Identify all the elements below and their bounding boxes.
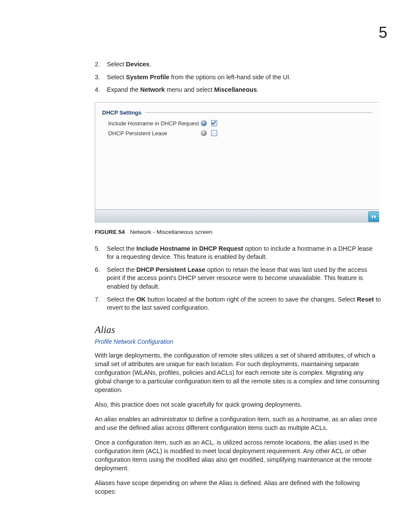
step-5: 5. Select the Include Hostname in DHCP R…: [95, 245, 381, 261]
step-3: 3. Select System Profile from the option…: [95, 73, 381, 82]
label-include-hostname: Include Hostname in DHCP Request: [108, 120, 201, 127]
step-6: 6. Select the DHCP Persistent Lease opti…: [95, 266, 381, 291]
chapter-number: 5: [379, 24, 387, 42]
step-text: Select the Include Hostname in DHCP Requ…: [107, 245, 381, 261]
figure-screenshot: DHCP Settings Include Hostname in DHCP R…: [95, 102, 379, 223]
row-persistent-lease: DHCP Persistent Lease: [108, 130, 372, 137]
figure-caption-label: FIGURE 54: [95, 229, 125, 235]
steps-top: 2. Select Devices. 3. Select System Prof…: [95, 60, 381, 94]
checkbox-persistent-lease[interactable]: [211, 130, 217, 136]
checkbox-include-hostname[interactable]: [211, 120, 217, 126]
figure-footer-bar: [95, 209, 379, 223]
profile-network-config-link[interactable]: Profile Network Configuration: [95, 338, 381, 345]
step-text: Select System Profile from the options o…: [107, 73, 381, 82]
step-number: 7.: [95, 296, 107, 312]
step-number: 3.: [95, 73, 107, 82]
figure-54: DHCP Settings Include Hostname in DHCP R…: [95, 102, 381, 235]
step-text: Expand the Network menu and select Misce…: [107, 86, 381, 94]
fieldset-rule: [145, 112, 373, 113]
dhcp-settings-fieldset: DHCP Settings: [102, 109, 372, 116]
fieldset-legend: DHCP Settings: [102, 109, 142, 116]
step-text: Select the OK button located at the bott…: [107, 296, 381, 312]
row-include-hostname: Include Hostname in DHCP Request: [108, 120, 372, 127]
step-text: Select the DHCP Persistent Lease option …: [107, 266, 381, 291]
para-scope: Aliases have scope depending on where th…: [95, 479, 381, 496]
figure-caption: FIGURE 54Network - Miscellaneous screen: [95, 229, 381, 235]
step-4: 4. Expand the Network menu and select Mi…: [95, 86, 381, 94]
para-scale: Also, this practice does not scale grace…: [95, 400, 381, 409]
next-page-button[interactable]: [368, 212, 379, 222]
step-number: 5.: [95, 245, 107, 261]
step-number: 6.: [95, 266, 107, 291]
para-alias-def: An alias enables an administrator to def…: [95, 415, 381, 432]
para-intro: With large deployments, the configuratio…: [95, 351, 381, 394]
step-number: 4.: [95, 86, 107, 94]
step-7: 7. Select the OK button located at the b…: [95, 296, 381, 312]
step-text: Select Devices.: [107, 60, 381, 69]
figure-caption-text: Network - Miscellaneous screen: [130, 229, 212, 235]
info-icon[interactable]: [201, 120, 207, 126]
para-alias-once: Once a configuration item, such as an AC…: [95, 438, 381, 473]
label-persistent-lease: DHCP Persistent Lease: [108, 130, 201, 137]
step-number: 2.: [95, 60, 107, 69]
info-icon[interactable]: [201, 130, 207, 136]
steps-bottom: 5. Select the Include Hostname in DHCP R…: [95, 245, 381, 312]
section-heading-alias: Alias: [95, 324, 381, 336]
step-2: 2. Select Devices.: [95, 60, 381, 69]
